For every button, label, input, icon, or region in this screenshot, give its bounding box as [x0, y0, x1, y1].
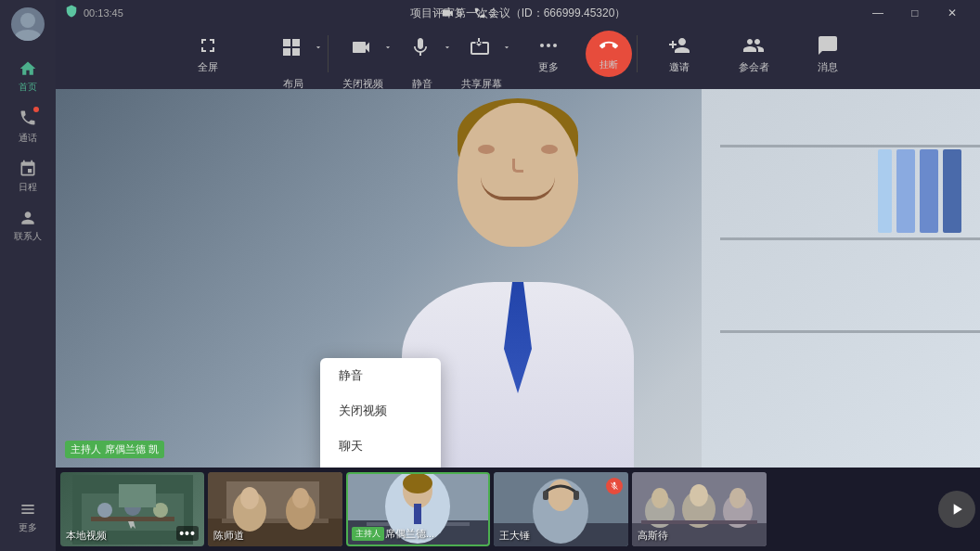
svg-point-3 — [547, 44, 550, 47]
thumbnail-person4[interactable]: 高斯待 — [632, 472, 767, 546]
fullscreen-button[interactable]: 全屏 — [171, 24, 245, 84]
minimize-button[interactable]: — — [859, 0, 896, 26]
svg-point-2 — [540, 44, 544, 47]
share-arrow[interactable] — [502, 39, 511, 56]
toolbar-time: 00:13:45 — [84, 7, 123, 19]
close-button[interactable]: ✕ — [934, 0, 971, 26]
video-area: 主持人 席偶兰德 凯 静音 关闭视频 聊天 选看视频 设为主持人 移除 隐藏本地… — [56, 89, 980, 468]
more-button[interactable]: 更多 — [511, 24, 586, 84]
main-video: 主持人 席偶兰德 凯 — [56, 89, 980, 468]
hangup-button[interactable]: 挂断 — [586, 31, 632, 77]
sidebar-item-schedule[interactable]: 日程 — [0, 152, 56, 201]
context-menu: 静音 关闭视频 聊天 选看视频 设为主持人 移除 隐藏本地视图 — [320, 358, 441, 468]
sidebar-more[interactable]: 更多 — [0, 493, 56, 542]
maximize-button[interactable]: □ — [896, 0, 934, 26]
meeting-title: 项目评审第一次会议（ID：666999.45320） — [410, 6, 626, 21]
message-button[interactable]: 消息 — [791, 24, 865, 84]
svg-point-1 — [15, 30, 41, 41]
thumb-muted-icon — [606, 478, 623, 494]
svg-rect-28 — [414, 504, 421, 524]
svg-rect-11 — [119, 484, 156, 507]
toolbar-separator-1 — [328, 35, 329, 72]
thumbnail-person2-active[interactable]: 主持人 席偶兰德... — [346, 472, 490, 546]
toolbar: 00:13:45 项目评审第一次会议（ID：666999.45320） 5 3 … — [56, 0, 980, 89]
sidebar-item-home[interactable]: 首页 — [0, 52, 56, 101]
layout-arrow[interactable] — [314, 39, 323, 56]
svg-point-8 — [97, 503, 112, 518]
thumbnail-strip: 本地视频 ••• 陈师道 — [56, 468, 980, 551]
invite-button[interactable]: 邀请 — [642, 24, 716, 84]
avatar — [11, 7, 45, 41]
svg-point-42 — [690, 484, 708, 506]
host-badge: 主持人 席偶兰德 凯 — [65, 441, 164, 458]
svg-point-40 — [651, 488, 668, 508]
participants-button[interactable]: 参会者 — [716, 24, 791, 84]
svg-point-33 — [548, 480, 574, 511]
svg-point-27 — [403, 474, 432, 493]
thumb-label-local: 本地视频 — [66, 529, 107, 543]
next-button[interactable] — [938, 491, 975, 528]
thumbnail-person1[interactable]: 陈师道 — [208, 472, 342, 546]
main-content: 00:13:45 项目评审第一次会议（ID：666999.45320） 5 3 … — [56, 0, 980, 551]
context-menu-chat[interactable]: 聊天 — [320, 429, 441, 464]
toolbar-buttons: 全屏 布局 — [65, 24, 971, 84]
sidebar-nav: 首页 通话 日程 联系人 — [0, 52, 56, 493]
context-menu-mute[interactable]: 静音 — [320, 358, 441, 393]
thumb-host-badge: 主持人 — [352, 527, 384, 541]
thumb-label-person4: 高斯待 — [638, 529, 668, 543]
mute-arrow[interactable] — [443, 39, 452, 56]
context-menu-close-video[interactable]: 关闭视频 — [320, 393, 441, 429]
thumb-label-person3: 王大锤 — [499, 529, 530, 543]
sidebar: 首页 通话 日程 联系人 更多 — [0, 0, 56, 551]
security-icon — [65, 5, 78, 21]
thumb-label-person1: 陈师道 — [213, 529, 244, 543]
thumbnail-person3[interactable]: 王大锤 — [494, 472, 628, 546]
sidebar-item-contacts[interactable]: 联系人 — [0, 201, 56, 250]
svg-rect-35 — [574, 491, 579, 500]
main-video-head — [458, 103, 578, 247]
context-menu-select-video[interactable]: 选看视频 — [320, 464, 441, 468]
video-arrow[interactable] — [383, 39, 393, 56]
svg-point-20 — [292, 488, 309, 508]
thumb-more-local[interactable]: ••• — [176, 526, 199, 541]
window-controls: — □ ✕ — [859, 0, 971, 26]
thumb-label-person2: 席偶兰德... — [385, 527, 434, 541]
svg-point-4 — [553, 44, 557, 47]
svg-rect-45 — [641, 520, 757, 524]
svg-rect-34 — [543, 491, 548, 500]
call-badge — [33, 107, 39, 112]
svg-point-0 — [20, 13, 35, 28]
svg-point-18 — [240, 487, 259, 509]
toolbar-separator-2 — [637, 35, 638, 72]
sidebar-item-call[interactable]: 通话 — [0, 101, 56, 152]
thumbnail-local[interactable]: 本地视频 ••• — [60, 472, 204, 546]
svg-point-44 — [729, 488, 746, 508]
